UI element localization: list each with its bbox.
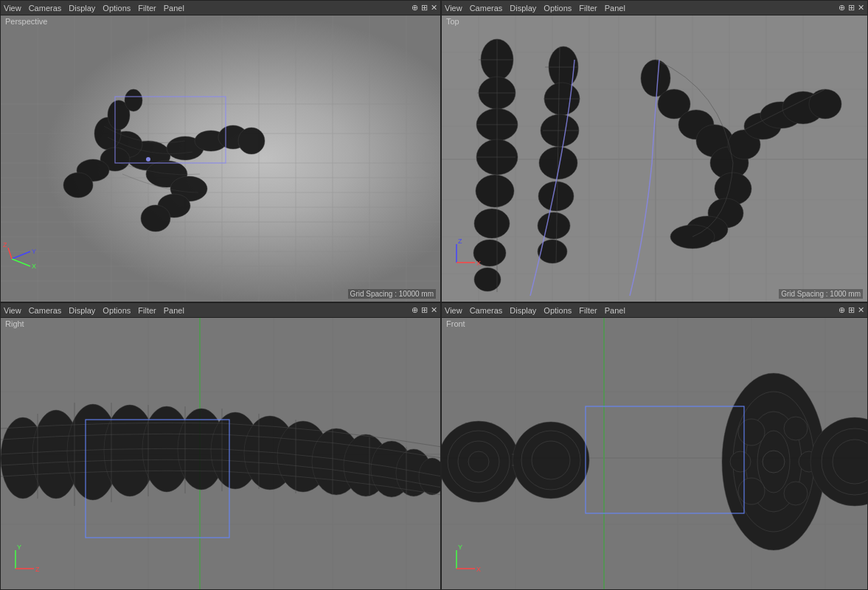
svg-point-31	[238, 128, 265, 154]
menu-display-top[interactable]: Display	[510, 4, 536, 13]
svg-point-27	[125, 89, 142, 111]
svg-text:Z: Z	[35, 566, 40, 573]
viewport-right[interactable]: View Cameras Display Options Filter Pane…	[0, 302, 441, 590]
svg-point-40	[146, 157, 150, 162]
canvas-front[interactable]: Y X	[442, 318, 867, 589]
label-front: Front	[446, 319, 465, 328]
menu-options-front[interactable]: Options	[544, 306, 572, 315]
svg-rect-0	[1, 15, 440, 302]
viewport-top[interactable]: View Cameras Display Options Filter Pane…	[441, 0, 868, 302]
icon-settings-front[interactable]: ⊞	[848, 305, 855, 315]
menu-filter-right[interactable]: Filter	[138, 306, 156, 315]
menu-panel-top[interactable]: Panel	[605, 4, 625, 13]
svg-text:X: X	[476, 566, 481, 573]
svg-point-72	[474, 268, 501, 291]
viewport-icons-perspective: ⊕ ⊞ ✕	[412, 3, 437, 13]
label-right: Right	[5, 319, 24, 328]
right-svg: Y Z	[1, 318, 440, 589]
icon-maximize-top[interactable]: ⊕	[839, 3, 845, 13]
svg-point-162	[513, 422, 589, 499]
menu-panel-front[interactable]: Panel	[605, 306, 625, 315]
menu-options-perspective[interactable]: Options	[103, 4, 131, 13]
menubar-perspective[interactable]: View Cameras Display Options Filter Pane…	[1, 1, 440, 15]
menu-view-front[interactable]: View	[445, 306, 462, 315]
label-top: Top	[446, 17, 459, 26]
svg-point-173	[784, 417, 808, 440]
svg-point-176	[730, 451, 751, 472]
viewport-icons-right: ⊕ ⊞ ✕	[412, 305, 437, 315]
icon-settings-perspective[interactable]: ⊞	[421, 3, 428, 13]
canvas-right[interactable]: Y Z	[1, 318, 440, 589]
menu-panel-right[interactable]: Panel	[164, 306, 184, 315]
menu-view-right[interactable]: View	[4, 306, 21, 315]
canvas-top[interactable]: Z X	[442, 15, 867, 302]
menu-cameras-right[interactable]: Cameras	[29, 306, 62, 315]
menu-cameras-perspective[interactable]: Cameras	[29, 4, 62, 13]
svg-text:Z: Z	[3, 241, 7, 249]
svg-text:X: X	[32, 263, 36, 270]
menubar-front[interactable]: View Cameras Display Options Filter Pane…	[442, 303, 867, 318]
icon-maximize-front[interactable]: ⊕	[839, 305, 845, 315]
svg-text:Y: Y	[32, 248, 36, 255]
svg-text:Y: Y	[458, 544, 462, 551]
svg-point-38	[63, 173, 93, 198]
svg-point-35	[141, 205, 170, 232]
viewport-icons-top: ⊕ ⊞ ✕	[839, 3, 864, 13]
viewport-icons-front: ⊕ ⊞ ✕	[839, 305, 864, 315]
canvas-perspective[interactable]: Y X Z	[1, 15, 440, 302]
svg-point-81	[539, 147, 577, 179]
icon-settings-right[interactable]: ⊞	[421, 305, 428, 315]
menubar-top[interactable]: View Cameras Display Options Filter Pane…	[442, 1, 867, 15]
front-svg: Y X	[442, 318, 867, 589]
main-container: View Cameras Display Options Filter Pane…	[0, 0, 868, 590]
grid-spacing-top: Grid Spacing : 1000 mm	[779, 289, 863, 299]
viewport-perspective[interactable]: View Cameras Display Options Filter Pane…	[0, 0, 441, 302]
svg-text:Y: Y	[17, 544, 21, 551]
menu-filter-front[interactable]: Filter	[579, 306, 597, 315]
top-svg: Z X	[442, 15, 867, 302]
menu-filter-top[interactable]: Filter	[579, 4, 597, 13]
svg-text:Z: Z	[458, 237, 462, 245]
svg-point-172	[738, 419, 765, 445]
menu-display-right[interactable]: Display	[69, 306, 95, 315]
svg-point-83	[538, 212, 570, 239]
svg-point-174	[738, 478, 765, 504]
label-perspective: Perspective	[5, 17, 47, 26]
menu-cameras-front[interactable]: Cameras	[470, 306, 503, 315]
svg-point-70	[474, 209, 510, 238]
svg-text:X: X	[476, 260, 481, 267]
perspective-svg: Y X Z	[1, 15, 440, 302]
icon-maximize-perspective[interactable]: ⊕	[412, 3, 418, 13]
menu-filter-perspective[interactable]: Filter	[138, 4, 156, 13]
svg-point-82	[538, 181, 574, 211]
menu-options-top[interactable]: Options	[544, 4, 572, 13]
grid-spacing-perspective: Grid Spacing : 10000 mm	[348, 289, 436, 299]
menu-panel-perspective[interactable]: Panel	[164, 4, 184, 13]
menu-view-perspective[interactable]: View	[4, 4, 21, 13]
menu-options-right[interactable]: Options	[103, 306, 131, 315]
svg-point-69	[476, 175, 514, 207]
viewport-front[interactable]: View Cameras Display Options Filter Pane…	[441, 302, 868, 590]
svg-point-171	[763, 451, 785, 473]
svg-point-161	[468, 451, 489, 472]
icon-maximize-right[interactable]: ⊕	[412, 305, 418, 315]
menubar-right[interactable]: View Cameras Display Options Filter Pane…	[1, 303, 440, 318]
icon-close-perspective[interactable]: ✕	[431, 3, 437, 13]
icon-settings-top[interactable]: ⊞	[848, 3, 855, 13]
svg-point-175	[784, 482, 808, 505]
menu-view-top[interactable]: View	[445, 4, 462, 13]
icon-close-front[interactable]: ✕	[858, 305, 864, 315]
menu-cameras-top[interactable]: Cameras	[470, 4, 503, 13]
icon-close-top[interactable]: ✕	[858, 3, 864, 13]
menu-display-front[interactable]: Display	[510, 306, 536, 315]
svg-point-102	[809, 89, 841, 119]
svg-point-84	[538, 240, 567, 263]
menu-display-perspective[interactable]: Display	[69, 4, 95, 13]
icon-close-right[interactable]: ✕	[431, 305, 437, 315]
